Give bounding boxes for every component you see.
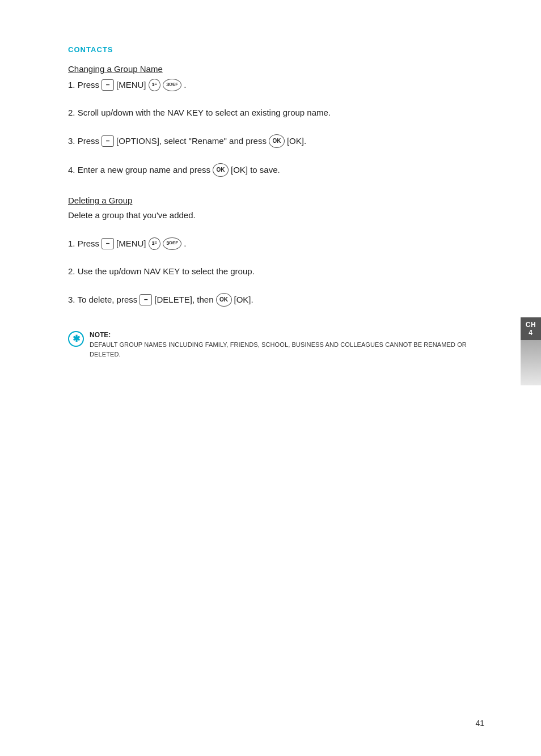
changing-group-title: Changing a Group Name: [68, 64, 484, 77]
del-step1-suffix: .: [184, 236, 186, 251]
step1-prefix: 1. Press: [68, 77, 99, 92]
step4-prefix: 4. Enter a new group name and press: [68, 162, 210, 177]
page: CONTACTS Changing a Group Name 1. Press …: [0, 0, 541, 756]
step3-suffix: [OK].: [287, 133, 306, 148]
del-step1-prefix: 1. Press: [68, 236, 99, 251]
svg-text:✱: ✱: [73, 334, 81, 343]
del-step3-suffix: [OK].: [234, 292, 253, 307]
del-ok-key: OK: [216, 293, 232, 307]
deleting-step-2: 2. Use the up/down NAV KEY to select the…: [68, 265, 484, 278]
step3-prefix: 3. Press: [68, 133, 99, 148]
del-delete-dash-key: –: [140, 294, 152, 305]
changing-group-section: Changing a Group Name 1. Press – [MENU] …: [68, 64, 484, 177]
step4-suffix: [OK] to save.: [231, 162, 280, 177]
key-1-icon: 1≡: [149, 79, 161, 91]
deleting-step-1: 1. Press – [MENU] 1≡ 3DEF .: [68, 236, 484, 251]
del-menu-dash-key: –: [102, 238, 114, 249]
changing-step-4: 4. Enter a new group name and press OK […: [68, 162, 484, 177]
deleting-step-3: 3. To delete, press – [DELETE], then OK …: [68, 292, 484, 307]
ok-key-step3: OK: [269, 134, 285, 148]
del-key-1-icon: 1≡: [149, 237, 161, 250]
deleting-group-section: Deleting a Group Delete a group that you…: [68, 196, 484, 307]
step1-menu-label: [MENU]: [116, 77, 146, 92]
step3-options-label: [OPTIONS], select "Rename" and press: [116, 133, 267, 148]
page-number: 41: [475, 719, 484, 728]
changing-step-1: 1. Press – [MENU] 1≡ 3DEF .: [68, 77, 484, 92]
del-step3-delete-label: [DELETE], then: [154, 292, 213, 307]
note-box: ✱ NOTE: DEFAULT GROUP NAMES INCLUDING FA…: [68, 330, 484, 359]
del-step3-prefix: 3. To delete, press: [68, 292, 137, 307]
del-step1-menu-label: [MENU]: [116, 236, 146, 251]
section-label: CONTACTS: [68, 45, 484, 54]
ok-key-step4: OK: [213, 163, 229, 177]
menu-dash-key: –: [102, 79, 114, 91]
chapter-tab-label: CH 4: [521, 317, 541, 340]
chapter-tab-gradient: [521, 340, 541, 385]
chapter-tab: CH 4: [521, 317, 541, 385]
changing-step-2: 2. Scroll up/down with the NAV KEY to se…: [68, 106, 484, 120]
key-3-icon: 3DEF: [163, 79, 181, 91]
step1-suffix: .: [184, 77, 186, 92]
options-dash-key: –: [102, 135, 114, 147]
deleting-intro: Delete a group that you've added.: [68, 209, 484, 222]
note-content: NOTE: DEFAULT GROUP NAMES INCLUDING FAMI…: [90, 330, 484, 359]
deleting-group-title: Deleting a Group: [68, 196, 484, 209]
note-text: DEFAULT GROUP NAMES INCLUDING FAMILY, FR…: [90, 340, 484, 359]
changing-step-3: 3. Press – [OPTIONS], select "Rename" an…: [68, 133, 484, 148]
note-star-icon: ✱: [68, 331, 84, 347]
note-title: NOTE:: [90, 330, 484, 340]
del-key-3-icon: 3DEF: [163, 237, 181, 250]
